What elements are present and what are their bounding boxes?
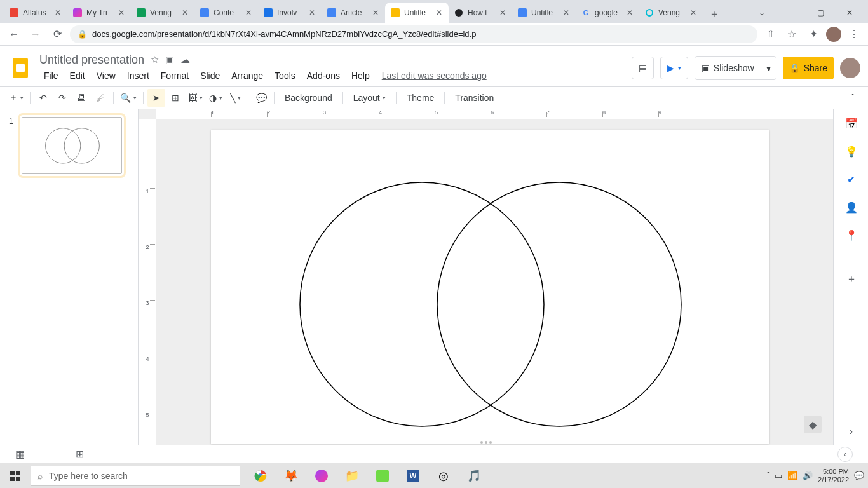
present-to-meeting-button[interactable]: ▶▾ [660, 57, 688, 79]
start-button[interactable] [0, 463, 31, 489]
browser-tab[interactable]: Ggoogle✕ [576, 3, 639, 23]
browser-tab-active[interactable]: Untitle✕ [385, 3, 449, 23]
collapse-filmstrip-button[interactable]: ‹ [837, 447, 853, 462]
nav-reload-button[interactable]: ⟳ [48, 25, 66, 43]
menu-format[interactable]: Format [156, 68, 193, 83]
tab-close-icon[interactable]: ✕ [562, 8, 571, 17]
tray-notifications-icon[interactable]: 💬 [854, 471, 864, 480]
move-icon[interactable]: ▣ [165, 54, 174, 65]
transition-button[interactable]: Transition [449, 89, 500, 107]
browser-tab[interactable]: Conte✕ [194, 3, 258, 23]
taskbar-app-icon[interactable]: ◎ [430, 463, 458, 489]
browser-tab[interactable]: Article✕ [322, 3, 385, 23]
tab-close-icon[interactable]: ✕ [689, 8, 698, 17]
keep-icon[interactable]: 💡 [845, 145, 858, 158]
comments-button[interactable]: ▤ [632, 57, 654, 79]
select-tool-button[interactable]: ➤ [147, 89, 165, 107]
share-page-icon[interactable]: ⇧ [761, 25, 779, 43]
filmstrip-view-icon[interactable]: ▦ [15, 448, 25, 460]
collapse-toolbar-button[interactable]: ˆ [844, 89, 862, 107]
cloud-status-icon[interactable]: ☁ [180, 54, 190, 65]
grid-view-icon[interactable]: ⊞ [76, 448, 84, 460]
tasks-icon[interactable]: ✔ [845, 173, 858, 186]
document-title[interactable]: Untitled presentation [39, 53, 144, 67]
browser-tab[interactable]: Venng✕ [639, 3, 703, 23]
taskbar-upwork-icon[interactable] [369, 463, 397, 489]
menu-help[interactable]: Help [347, 68, 374, 83]
line-button[interactable]: ╲ [226, 89, 244, 107]
tray-chevron-icon[interactable]: ˆ [767, 471, 770, 480]
slide-canvas-area[interactable]: 1 2 3 4 5 6 7 8 9 1 2 3 4 5 [139, 109, 833, 445]
tray-clock[interactable]: 5:00 PM 2/17/2022 [818, 468, 849, 484]
taskbar-explorer-icon[interactable]: 📁 [338, 463, 366, 489]
url-input[interactable]: 🔒 docs.google.com/presentation/d/1kbN7rX… [70, 25, 757, 43]
browser-tab[interactable]: My Tri✕ [67, 3, 131, 23]
contacts-icon[interactable]: 👤 [845, 201, 858, 214]
calendar-icon[interactable]: 📅 [845, 117, 858, 130]
browser-tab[interactable]: How t✕ [449, 3, 512, 23]
tray-volume-icon[interactable]: 🔊 [803, 471, 813, 480]
chrome-menu-icon[interactable]: ⋮ [845, 25, 863, 43]
extensions-icon[interactable]: ✦ [804, 25, 822, 43]
last-edit-link[interactable]: Last edit was seconds ago [382, 71, 487, 81]
window-close-button[interactable]: ✕ [835, 3, 864, 23]
new-slide-button[interactable]: ＋ [6, 89, 26, 107]
slide-canvas[interactable] [211, 130, 769, 444]
layout-button[interactable]: Layout [347, 89, 392, 107]
zoom-button[interactable]: 🔍 [118, 89, 139, 107]
slide-thumbnail[interactable] [22, 117, 122, 174]
menu-edit[interactable]: Edit [65, 68, 90, 83]
taskbar-itunes-icon[interactable]: 🎵 [460, 463, 488, 489]
maps-icon[interactable]: 📍 [845, 229, 858, 241]
slideshow-dropdown[interactable]: ▾ [761, 57, 776, 79]
redo-button[interactable]: ↷ [53, 89, 71, 107]
bookmark-star-icon[interactable]: ☆ [783, 25, 801, 43]
browser-tab[interactable]: Venng✕ [131, 3, 194, 23]
menu-tools[interactable]: Tools [270, 68, 300, 83]
shape-button[interactable]: ◑ [207, 89, 225, 107]
tab-close-icon[interactable]: ✕ [53, 8, 62, 17]
slides-logo-icon[interactable] [8, 55, 33, 81]
tray-battery-icon[interactable]: ▭ [775, 471, 782, 480]
taskbar-firefox-icon[interactable]: 🦊 [277, 463, 305, 489]
add-addon-icon[interactable]: ＋ [845, 273, 858, 285]
tab-close-icon[interactable]: ✕ [244, 8, 253, 17]
profile-avatar[interactable] [826, 27, 841, 42]
comment-button[interactable]: 💬 [252, 89, 270, 107]
browser-tab[interactable]: Untitle✕ [512, 3, 576, 23]
tray-wifi-icon[interactable]: 📶 [787, 471, 797, 480]
paint-format-button[interactable]: 🖌 [92, 89, 109, 107]
image-button[interactable]: 🖼 [186, 89, 205, 107]
taskbar-chrome-icon[interactable] [247, 463, 275, 489]
account-avatar[interactable] [840, 58, 860, 78]
tab-close-icon[interactable]: ✕ [180, 8, 189, 17]
tab-close-icon[interactable]: ✕ [435, 8, 444, 17]
new-tab-button[interactable]: ＋ [705, 5, 723, 23]
tab-close-icon[interactable]: ✕ [371, 8, 380, 17]
nav-forward-button[interactable]: → [27, 25, 44, 43]
window-minimize-button[interactable]: ― [776, 3, 806, 23]
background-button[interactable]: Background [278, 89, 339, 107]
browser-tab[interactable]: Involv✕ [258, 3, 322, 23]
hide-sidepanel-icon[interactable]: › [850, 426, 853, 437]
tab-close-icon[interactable]: ✕ [625, 8, 634, 17]
explore-button[interactable]: ◆ [804, 416, 822, 433]
undo-button[interactable]: ↶ [34, 89, 52, 107]
menu-view[interactable]: View [92, 68, 120, 83]
chrome-account-chevron-icon[interactable]: ⌄ [747, 3, 776, 23]
menu-addons[interactable]: Add-ons [302, 68, 344, 83]
window-maximize-button[interactable]: ▢ [806, 3, 835, 23]
speaker-notes-handle[interactable] [480, 441, 492, 444]
taskbar-search-input[interactable]: ⌕ Type here to search [31, 466, 240, 486]
menu-file[interactable]: File [39, 68, 63, 83]
menu-slide[interactable]: Slide [196, 68, 224, 83]
menu-insert[interactable]: Insert [123, 68, 154, 83]
taskbar-word-icon[interactable]: W [399, 463, 427, 489]
textbox-button[interactable]: ⊞ [166, 89, 184, 107]
menu-arrange[interactable]: Arrange [227, 68, 268, 83]
star-icon[interactable]: ☆ [151, 54, 159, 65]
browser-tab[interactable]: Alfafus✕ [4, 3, 67, 23]
slideshow-button[interactable]: ▣Slideshow [695, 57, 761, 79]
tab-close-icon[interactable]: ✕ [498, 8, 507, 17]
tab-close-icon[interactable]: ✕ [308, 8, 316, 17]
